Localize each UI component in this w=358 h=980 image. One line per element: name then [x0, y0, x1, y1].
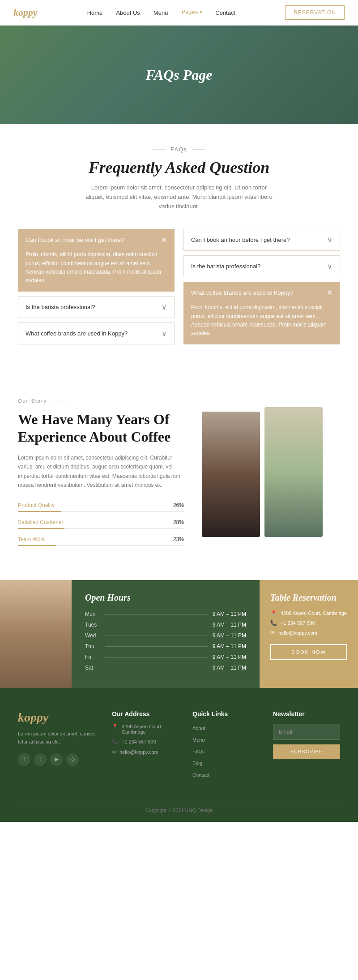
- footer-links-list: About Menu FAQs Blog Contact: [192, 724, 260, 778]
- hours-thu: Thu 9 AM – 11 PM: [85, 643, 246, 649]
- hours-mon: Mon 9 AM – 11 PM: [85, 611, 246, 617]
- location-icon: 📍: [270, 610, 277, 616]
- faq-left-item-2[interactable]: Is the barista professional? ∨: [18, 296, 175, 318]
- story-right: [202, 398, 340, 537]
- faq-left-question-3: What coffee brands are used in Koppy?: [26, 330, 128, 337]
- hours-time-fri: 9 AM – 11 PM: [213, 654, 246, 660]
- reservation-title: Table Reservation: [270, 593, 347, 603]
- story-section: Our Story We Have Many Years Of Experien…: [0, 371, 358, 580]
- progress-product-quality: Product Quality 26%: [18, 502, 184, 512]
- faq-right-item-1[interactable]: Can I book an hour before I get there? ∨: [183, 229, 340, 251]
- progress-teamwork-label: Team Work: [18, 536, 45, 542]
- faq-right-item-3[interactable]: What coffee brands are used to Koppy? ✕ …: [183, 282, 340, 344]
- hero-title: FAQs Page: [145, 67, 212, 83]
- story-image-2: [264, 407, 323, 537]
- hours-tues: Tues 9 AM – 11 PM: [85, 622, 246, 628]
- hours-line: [105, 668, 208, 668]
- nav-about[interactable]: About Us: [116, 9, 140, 16]
- reservation-contact-list: 📍 4288 Aspen Court, Cambridge 📞 +1 234 5…: [270, 610, 347, 636]
- youtube-icon[interactable]: ▶: [50, 753, 63, 766]
- footer-newsletter-col: Newsletter SUBSCRIBE: [273, 710, 340, 782]
- story-image-1: [202, 412, 260, 537]
- faq-left-header-1[interactable]: Can I book an hour before I get there? ✕: [18, 229, 174, 250]
- phone-icon: 📞: [270, 620, 277, 626]
- footer-link-contact[interactable]: Contact: [192, 772, 209, 778]
- footer-quick-links-title: Quick Links: [192, 710, 260, 718]
- faq-right-question-3: What coffee brands are used to Koppy?: [191, 289, 294, 296]
- twitter-icon[interactable]: t: [34, 753, 47, 766]
- faq-left-header-3[interactable]: What coffee brands are used in Koppy? ∨: [18, 323, 174, 344]
- faq-left-header-2[interactable]: Is the barista professional? ∨: [18, 297, 174, 318]
- nav-home[interactable]: Home: [87, 9, 103, 16]
- subscribe-button[interactable]: SUBSCRIBE: [273, 744, 340, 759]
- nav-contact[interactable]: Contact: [215, 9, 235, 16]
- nav-pages[interactable]: Pages ▾: [181, 9, 202, 15]
- progress-teamwork: Team Work 23%: [18, 536, 184, 546]
- section-label-faqs: FAQs: [18, 146, 340, 153]
- faq-right-header-3[interactable]: What coffee brands are used to Koppy? ✕: [184, 282, 340, 303]
- footer-quick-links-col: Quick Links About Menu FAQs Blog Contact: [192, 710, 260, 782]
- faq-right-header-1[interactable]: Can I book an hour before I get there? ∨: [184, 229, 340, 250]
- progress-satisfied-value: 28%: [173, 519, 184, 525]
- faq-right-column: Can I book an hour before I get there? ∨…: [183, 229, 340, 349]
- hours-day-sat: Sat: [85, 665, 101, 671]
- progress-product-header: Product Quality 26%: [18, 502, 184, 508]
- footer-link-blog[interactable]: Blog: [192, 761, 202, 766]
- progress-teamwork-value: 23%: [173, 536, 184, 542]
- footer-phone-icon: 📞: [112, 739, 118, 745]
- navbar: koppy Home About Us Menu Pages ▾ Contact…: [0, 0, 358, 26]
- hours-line: [105, 625, 208, 625]
- reservation-phone: 📞 +1 234 567 890: [270, 620, 347, 626]
- faq-right-toggle-2: ∨: [327, 262, 332, 271]
- faq-left-item-3[interactable]: What coffee brands are used in Koppy? ∨: [18, 322, 175, 344]
- section-label-text: FAQs: [170, 146, 188, 153]
- faq-right-question-1: Can I book an hour before I get there?: [191, 236, 290, 243]
- faq-right-toggle-1: ∨: [327, 236, 332, 244]
- story-title: We Have Many Years Of Experience About C…: [18, 411, 184, 445]
- faq-columns: Can I book an hour before I get there? ✕…: [18, 229, 340, 349]
- hours-line: [105, 636, 208, 636]
- footer-address: 📍 4288 Aspen Court, Cambridge: [112, 724, 179, 735]
- hours-time-thu: 9 AM – 11 PM: [213, 643, 246, 649]
- faq-right-header-2[interactable]: Is the barista professional? ∨: [184, 256, 340, 277]
- reservation-address-text: 4288 Aspen Court, Cambridge: [281, 610, 347, 616]
- brand-logo[interactable]: koppy: [13, 7, 38, 18]
- hours-list: Mon 9 AM – 11 PM Tues 9 AM – 11 PM Wed 9…: [85, 611, 246, 671]
- hours-time-sat: 9 AM – 11 PM: [213, 665, 246, 671]
- hours-time-tues: 9 AM – 11 PM: [213, 622, 246, 628]
- faq-right-item-2[interactable]: Is the barista professional? ∨: [183, 255, 340, 277]
- progress-product-bar-fill: [18, 511, 61, 512]
- faqs-heading: Frequently Asked Question: [18, 158, 340, 177]
- footer-link-menu[interactable]: Menu: [192, 737, 205, 743]
- footer: koppy Lorem ipsum dolor sit amet, consec…: [0, 688, 358, 822]
- progress-satisfied: Satisfied Customer 28%: [18, 519, 184, 529]
- footer-social: f t ▶ ◎: [18, 753, 98, 766]
- progress-satisfied-header: Satisfied Customer 28%: [18, 519, 184, 525]
- faq-right-toggle-3: ✕: [327, 288, 332, 297]
- email-icon: ✉: [270, 630, 275, 636]
- progress-satisfied-bar-bg: [18, 528, 184, 529]
- hours-wed: Wed 9 AM – 11 PM: [85, 632, 246, 639]
- footer-location-icon: 📍: [112, 724, 118, 730]
- faq-left-answer-1: Proin lobortis, elit id porta dignissim,…: [18, 250, 174, 291]
- reservation-button[interactable]: RESERVATION: [285, 5, 345, 20]
- footer-newsletter-title: Newsletter: [273, 710, 340, 718]
- chevron-down-icon: ▾: [200, 9, 202, 14]
- hours-line: [105, 614, 208, 615]
- reservation-email-text: hello@koppy.com: [278, 630, 317, 636]
- book-now-button[interactable]: BOOK NOW: [270, 644, 347, 660]
- instagram-icon[interactable]: ◎: [66, 753, 79, 766]
- nav-menu[interactable]: Menu: [153, 9, 168, 16]
- faq-right-answer-3: Proin lobortis, elit id porta dignissim,…: [184, 303, 340, 344]
- faq-left-toggle-1: ✕: [161, 236, 167, 244]
- footer-link-about[interactable]: About: [192, 726, 205, 731]
- footer-link-faqs[interactable]: FAQs: [192, 749, 205, 754]
- hours-day-fri: Fri: [85, 654, 101, 660]
- facebook-icon[interactable]: f: [18, 753, 30, 766]
- open-hours-title: Open Hours: [85, 593, 246, 603]
- faq-left-item-1[interactable]: Can I book an hour before I get there? ✕…: [18, 229, 175, 292]
- faq-left-column: Can I book an hour before I get there? ✕…: [18, 229, 175, 349]
- open-hours: Open Hours Mon 9 AM – 11 PM Tues 9 AM – …: [72, 580, 260, 688]
- newsletter-email-input[interactable]: [273, 724, 340, 740]
- footer-email-text: hello@koppy.com: [119, 749, 158, 755]
